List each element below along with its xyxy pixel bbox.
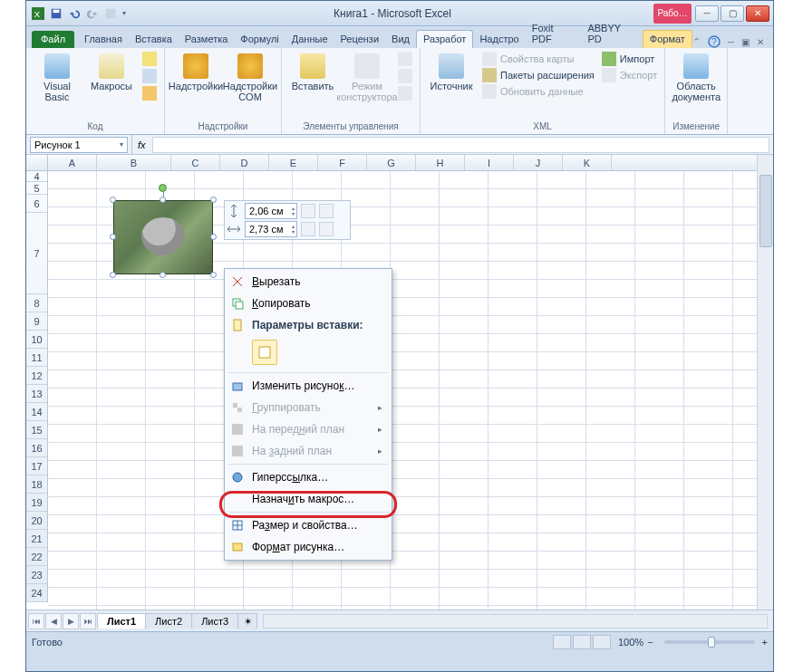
selected-picture[interactable] — [113, 200, 213, 274]
row-7[interactable]: 7 — [26, 213, 47, 294]
row-4[interactable]: 4 — [26, 171, 47, 182]
file-tab[interactable]: Файл — [32, 31, 74, 48]
tab-view[interactable]: Вид — [385, 31, 416, 48]
visual-basic-button[interactable]: Visual Basic — [34, 52, 81, 102]
menu-cut[interactable]: Вырезать — [225, 271, 392, 293]
resize-handle-n[interactable] — [160, 197, 166, 203]
bring-forward-icon[interactable] — [301, 204, 315, 218]
view-pagebreak-button[interactable] — [593, 635, 611, 649]
sheet-tab-3[interactable]: Лист3 — [191, 613, 238, 629]
row-20[interactable]: 20 — [26, 512, 47, 530]
tab-foxit[interactable]: Foxit PDF — [526, 20, 582, 48]
tab-pagelayout[interactable]: Разметка — [179, 31, 235, 48]
picture-koala[interactable] — [113, 200, 213, 274]
menu-format-picture[interactable]: Формат рисунка… — [225, 536, 392, 558]
close-button[interactable]: ✕ — [746, 5, 769, 22]
sheet-nav-prev[interactable]: ◀ — [45, 613, 62, 629]
tab-abbyy[interactable]: ABBYY PD — [581, 20, 642, 48]
record-macro-icon[interactable] — [142, 52, 157, 66]
col-E[interactable]: E — [269, 155, 318, 170]
row-18[interactable]: 18 — [26, 475, 47, 494]
row-24[interactable]: 24 — [26, 584, 47, 602]
tab-data[interactable]: Данные — [285, 31, 334, 48]
save-icon[interactable] — [50, 7, 63, 20]
row-5[interactable]: 5 — [26, 182, 47, 195]
col-F[interactable]: F — [318, 155, 367, 170]
menu-copy[interactable]: Копировать — [225, 293, 392, 314]
sheet-nav-next[interactable]: ▶ — [63, 613, 79, 629]
use-relative-icon[interactable] — [142, 69, 157, 83]
row-11[interactable]: 11 — [26, 349, 47, 367]
macros-button[interactable]: Макросы — [88, 52, 135, 91]
menu-change-picture[interactable]: Изменить рисунок… — [225, 375, 392, 397]
col-A[interactable]: A — [48, 155, 97, 170]
rotate-icon[interactable] — [319, 222, 334, 236]
col-B[interactable]: B — [97, 155, 171, 170]
spreadsheet-grid[interactable]: A B C D E F G H I J K 456789101112131415… — [26, 155, 773, 610]
tab-format[interactable]: Формат — [643, 30, 692, 48]
run-dialog-icon[interactable] — [398, 86, 412, 101]
row-14[interactable]: 14 — [26, 403, 47, 421]
insert-function-icon[interactable]: fx — [138, 139, 149, 150]
com-addins-button[interactable]: Надстройки COM — [227, 52, 274, 102]
design-mode-button[interactable]: Режим конструктора — [343, 52, 391, 102]
insert-control-button[interactable]: Вставить — [289, 52, 336, 91]
resize-handle-s[interactable] — [160, 272, 166, 278]
paste-option-picture[interactable] — [252, 340, 277, 365]
view-normal-button[interactable] — [553, 635, 571, 649]
col-D[interactable]: D — [220, 155, 269, 170]
workbook-minimize-icon[interactable]: ─ — [728, 37, 734, 47]
row-16[interactable]: 16 — [26, 439, 47, 457]
col-C[interactable]: C — [171, 155, 220, 170]
xml-refresh-button[interactable]: Обновить данные — [482, 84, 595, 99]
workbook-close-icon[interactable]: ✕ — [757, 37, 764, 47]
undo-icon[interactable] — [68, 7, 81, 20]
zoom-slider-knob[interactable] — [708, 637, 715, 648]
row-23[interactable]: 23 — [26, 566, 47, 584]
row-9[interactable]: 9 — [26, 312, 47, 331]
sheet-nav-first[interactable]: ⏮ — [28, 613, 44, 629]
row-19[interactable]: 19 — [26, 494, 47, 512]
row-headers[interactable]: 456789101112131415161718192021222324 — [26, 171, 48, 602]
redo-icon[interactable] — [86, 7, 99, 20]
resize-handle-e[interactable] — [210, 234, 217, 240]
row-15[interactable]: 15 — [26, 421, 47, 439]
macro-security-icon[interactable] — [142, 86, 157, 101]
select-all-corner[interactable] — [26, 155, 48, 171]
zoom-out-button[interactable]: − — [647, 637, 653, 648]
minimize-ribbon-icon[interactable]: ⌃ — [692, 36, 701, 48]
tab-addins[interactable]: Надстро — [473, 31, 525, 48]
row-6[interactable]: 6 — [26, 195, 47, 213]
workbook-restore-icon[interactable]: ▣ — [741, 37, 750, 47]
xml-map-properties-button[interactable]: Свойства карты — [482, 52, 595, 66]
row-12[interactable]: 12 — [26, 367, 47, 385]
col-J[interactable]: J — [514, 155, 563, 170]
tab-developer[interactable]: Разработ — [416, 30, 473, 48]
addins-button[interactable]: Надстройки — [172, 52, 219, 91]
xml-source-button[interactable]: Источник — [428, 52, 475, 91]
xml-expansion-packs-button[interactable]: Пакеты расширения — [482, 68, 595, 82]
name-box[interactable]: Рисунок 1 ▾ — [30, 137, 128, 153]
col-I[interactable]: I — [465, 155, 514, 170]
menu-assign-macro[interactable]: Назначить макрос… — [225, 488, 392, 510]
properties-icon[interactable] — [398, 52, 412, 66]
help-icon[interactable]: ? — [708, 35, 721, 48]
horizontal-scrollbar[interactable] — [263, 614, 768, 629]
tab-formulas[interactable]: Формулі — [234, 31, 285, 48]
new-sheet-button[interactable]: ✶ — [237, 613, 257, 629]
resize-handle-sw[interactable] — [110, 272, 116, 278]
tab-insert[interactable]: Вставка — [129, 31, 179, 48]
scrollbar-thumb[interactable] — [759, 175, 772, 247]
menu-size-and-properties[interactable]: Размер и свойства… — [225, 514, 392, 536]
column-headers[interactable]: A B C D E F G H I J K — [48, 155, 757, 171]
send-backward-icon[interactable] — [319, 204, 334, 218]
tab-home[interactable]: Главная — [78, 31, 129, 48]
xml-import-button[interactable]: Импорт — [602, 52, 657, 66]
resize-handle-w[interactable] — [110, 234, 116, 240]
zoom-slider[interactable] — [664, 640, 755, 644]
sheet-tab-1[interactable]: Лист1 — [97, 613, 146, 629]
height-input[interactable]: 2,06 см▴▾ — [245, 203, 297, 219]
maximize-button[interactable]: ▢ — [721, 5, 744, 22]
qat-extra-icon[interactable] — [104, 7, 117, 20]
col-G[interactable]: G — [367, 155, 416, 170]
